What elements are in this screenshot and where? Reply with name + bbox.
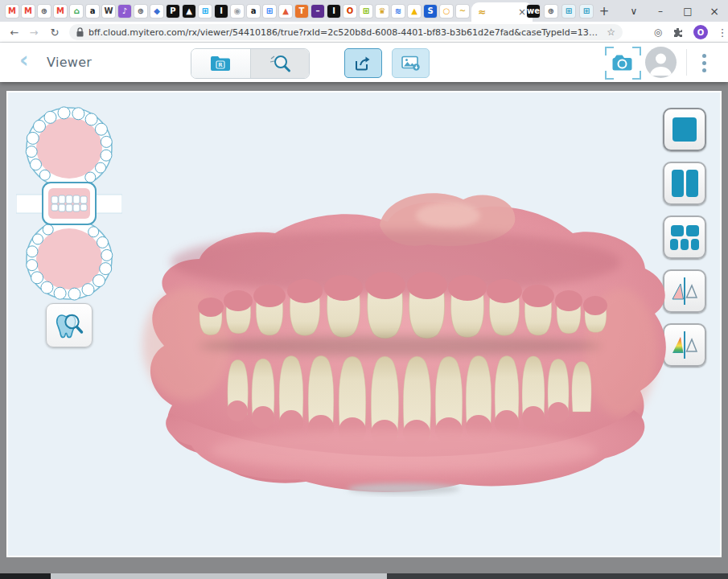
tab-favicon[interactable]: T (295, 5, 308, 18)
tab-favicon[interactable]: ≋ (392, 5, 405, 18)
tooth-magnifier-icon (54, 311, 84, 340)
active-tab-favicon: ≈ (478, 6, 486, 18)
tab-favicon[interactable]: a (247, 5, 260, 18)
tab-favicon[interactable]: O (343, 5, 356, 18)
share-button[interactable] (344, 48, 382, 78)
window-close-button[interactable]: × (702, 0, 726, 22)
bracket-icon (632, 71, 641, 80)
tab-favicon[interactable]: ▲ (279, 5, 292, 18)
header-divider (686, 49, 687, 76)
taskbar (0, 573, 728, 579)
scan-search-button[interactable] (250, 49, 310, 78)
scan-canvas[interactable] (6, 91, 722, 557)
tab-favicon[interactable]: ⊞ (580, 5, 593, 18)
new-tab-button[interactable]: + (597, 4, 611, 18)
taskbar-segment (51, 573, 387, 579)
tab-favicon[interactable]: ▲ (183, 5, 195, 18)
viewer-header: ‹ Viewer R (0, 43, 728, 82)
browser-menu-kebab[interactable]: ⋮ (714, 24, 728, 40)
tab-favicon[interactable]: ~ (456, 5, 469, 18)
rx-folder-button[interactable]: R (191, 49, 250, 78)
tab-favicon[interactable]: a (86, 5, 99, 18)
user-avatar[interactable] (645, 47, 677, 78)
taskbar-segment (0, 573, 51, 579)
tab-favicon[interactable]: ⊞ (562, 5, 575, 18)
tab-favicon[interactable]: S (424, 5, 437, 18)
tab-favicon[interactable]: ⊕ (38, 5, 51, 18)
overflow-menu-button[interactable] (697, 50, 711, 76)
front-bite-view-button[interactable] (43, 183, 96, 224)
dental-scan-3d-model[interactable] (122, 175, 677, 497)
puzzle-icon (672, 27, 683, 38)
rx-search-segmented-control: R (191, 48, 310, 79)
tab-favicon[interactable]: ⊞ (199, 5, 212, 18)
tab-favicon[interactable]: ▲ (408, 5, 421, 18)
single-view-icon (672, 117, 697, 142)
cast-icon[interactable]: ◎ (650, 24, 666, 40)
page-title: Viewer (47, 55, 92, 70)
forward-button[interactable]: → (26, 24, 42, 40)
tab-favicon[interactable]: M (54, 5, 67, 18)
svg-text:R: R (219, 62, 224, 68)
tab-favicon[interactable]: M (6, 5, 19, 18)
rx-folder-icon: R (209, 55, 232, 72)
tab-favicon[interactable]: M (22, 5, 35, 18)
lock-icon (76, 27, 84, 37)
browser-profile-avatar[interactable]: O (693, 25, 708, 39)
window-minimize-button[interactable]: – (648, 0, 672, 22)
window-menu-button[interactable]: ∨ (622, 0, 646, 22)
refresh-button[interactable]: ↻ (47, 24, 63, 40)
magnifier-icon (268, 54, 292, 73)
tab-favicon[interactable]: ⊕ (134, 5, 147, 18)
address-bar[interactable]: bff.cloud.myitero.com/rx/viewer/54410186… (69, 24, 623, 40)
url-text: bff.cloud.myitero.com/rx/viewer/54410186… (88, 27, 602, 38)
tab-favicon[interactable]: ◉ (231, 5, 244, 18)
tab-favicon[interactable]: I (215, 5, 228, 18)
upper-arch-occlusal-button[interactable] (26, 107, 112, 188)
viewer-stage (0, 82, 728, 573)
tab-favicon[interactable]: ○ (440, 5, 453, 18)
person-icon (645, 47, 677, 78)
trailing-tabs: we⊕⊞⊞ (524, 0, 595, 22)
snapshot-button[interactable] (605, 47, 641, 80)
tab-favicon[interactable]: ⊞ (360, 5, 372, 18)
browser-tab-strip: MM⊕M⌂aW♪⊕◆P▲⊞I◉a⊞▲T–IO⊞♛≋▲S○~ ≈ × we⊕⊞⊞ … (0, 0, 728, 22)
export-image-button[interactable] (392, 48, 430, 78)
bracket-icon (605, 71, 614, 80)
share-icon (354, 55, 373, 72)
bookmark-star-icon[interactable]: ☆ (607, 27, 615, 38)
tab-favicon[interactable]: ♛ (376, 5, 389, 18)
tab-favicon[interactable]: ⊞ (263, 5, 276, 18)
tab-favicon[interactable]: ⌂ (70, 5, 83, 18)
tab-favicon[interactable]: ⊕ (545, 5, 557, 18)
tab-favicon[interactable]: P (167, 5, 179, 18)
tab-favicon[interactable]: I (327, 5, 340, 18)
tooth-zoom-button[interactable] (46, 303, 93, 347)
tab-favicon[interactable]: W (102, 5, 115, 18)
bracket-icon (605, 47, 614, 55)
browser-toolbar: ← → ↻ bff.cloud.myitero.com/rx/viewer/54… (0, 22, 728, 43)
tab-favicon[interactable]: we (527, 5, 540, 18)
viewer-back-button[interactable]: ‹ (19, 47, 29, 73)
active-tab[interactable]: ≈ × (471, 2, 533, 22)
window-maximize-button[interactable]: □ (676, 0, 700, 22)
extensions-icon[interactable] (669, 24, 685, 40)
image-download-icon (401, 55, 421, 72)
tab-favicon[interactable]: ◆ (150, 5, 163, 18)
single-view-button[interactable] (663, 108, 706, 151)
tab-favicon[interactable]: – (311, 5, 324, 18)
tab-favicon[interactable]: ♪ (118, 5, 131, 18)
bracket-icon (632, 47, 641, 55)
lower-arch-occlusal-button[interactable] (27, 219, 113, 300)
back-button[interactable]: ← (6, 24, 23, 40)
arch-navigation-widget (16, 104, 122, 305)
pinned-tabs: MM⊕M⌂aW♪⊕◆P▲⊞I◉a⊞▲T–IO⊞♛≋▲S○~ (4, 0, 471, 22)
